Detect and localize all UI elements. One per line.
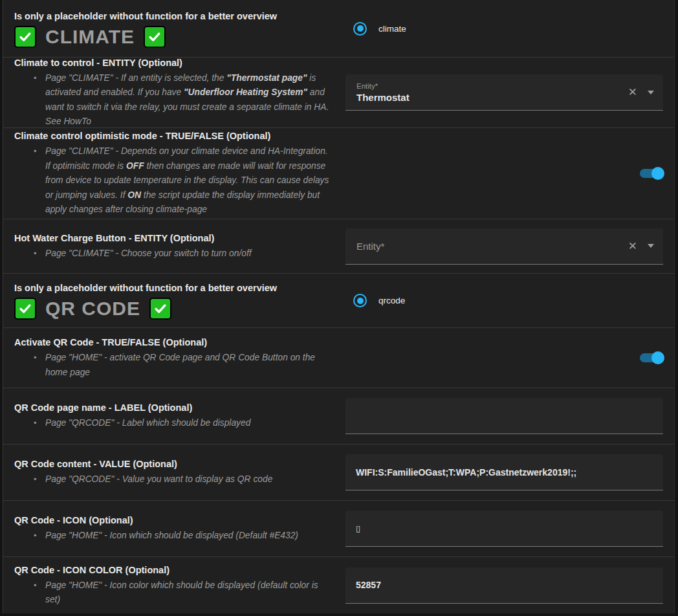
section-title: QR Code - ICON (Optional)	[14, 514, 335, 527]
section-description: Page "CLIMATE" - If an entity is selecte…	[14, 71, 335, 128]
green-checkbox-icon	[14, 298, 36, 320]
text-input[interactable]: 52857	[345, 567, 663, 604]
description-bold-run: "Thermostat page"	[226, 73, 307, 83]
section-heading-line: QR CODE	[14, 298, 335, 320]
section-title: Climate control optimistic mode - TRUE/F…	[14, 129, 335, 142]
dropdown-caret-icon[interactable]	[648, 244, 654, 248]
blueprint-config-card: Is only a placeholder without function f…	[3, 0, 675, 613]
radio-label: qrcode	[378, 296, 405, 305]
config-section: Hot Water Charge Button - ENTITY (Option…	[3, 219, 674, 273]
green-checkbox-icon	[149, 298, 171, 320]
entity-picker-label: Entity*	[356, 241, 628, 251]
placeholder-section: Is only a placeholder without function f…	[3, 0, 674, 57]
description-run: Page "HOME" - Icon which should be displ…	[45, 531, 298, 540]
radio-option[interactable]: climate	[345, 22, 406, 36]
config-section: Climate to control - ENTITY (Optional) P…	[3, 57, 674, 127]
section-description: Page "HOME" - activate QR Code page and …	[14, 351, 335, 380]
description-run: Page "QRCODE" - Label which should be di…	[45, 418, 250, 428]
section-description: Page "CLIMATE" - Choose your switch to t…	[14, 247, 335, 261]
text-input[interactable]: WIFI:S:FamilieOGast;T:WPA;P:Gastnetzwerk…	[345, 454, 663, 490]
green-checkbox-icon	[14, 26, 36, 48]
section-title: QR Code page name - LABEL (Optional)	[14, 401, 335, 414]
clear-icon[interactable]: ✕	[628, 87, 637, 98]
text-input-value: 52857	[345, 580, 381, 590]
toggle-thumb	[651, 167, 664, 180]
config-section: Climate control optimistic mode - TRUE/F…	[3, 127, 674, 219]
toggle-switch[interactable]	[640, 167, 663, 180]
section-description: Page "HOME" - Icon color which should be…	[14, 578, 335, 608]
description-run: Page "CLIMATE" - Choose your switch to t…	[45, 248, 252, 258]
placeholder-section: Is only a placeholder without function f…	[3, 273, 674, 327]
description-bold-run: OFF	[126, 161, 144, 171]
config-section: QR Code - ICON (Optional) Page "HOME" - …	[3, 500, 674, 556]
section-title: Is only a placeholder without function f…	[14, 10, 335, 23]
config-section: Activate QR Code - TRUE/FALSE (Optional)…	[3, 327, 674, 388]
entity-picker[interactable]: Entity* Thermostat ✕	[345, 74, 663, 111]
section-description: Page "QRCODE" - Label which should be di…	[14, 416, 335, 431]
section-description: Page "QRCODE" - Value you want to displa…	[14, 472, 335, 487]
section-title: QR Code - ICON COLOR (Optional)	[14, 564, 335, 577]
config-section: QR Code page name - LABEL (Optional) Pag…	[3, 388, 674, 444]
toggle-thumb	[651, 351, 664, 364]
section-description: Page "HOME" - Icon which should be displ…	[14, 529, 335, 544]
config-section: QR Code - ICON COLOR (Optional) Page "HO…	[3, 556, 674, 613]
description-run: Page "CLIMATE" - If an entity is selecte…	[45, 73, 226, 83]
dropdown-caret-icon[interactable]	[648, 91, 654, 94]
section-description: Page "CLIMATE" - Depends on your climate…	[14, 144, 335, 217]
description-run: Page "QRCODE" - Value you want to displa…	[45, 474, 272, 484]
radio-selected-icon[interactable]	[353, 294, 367, 307]
section-heading: CLIMATE	[44, 26, 136, 48]
clear-icon[interactable]: ✕	[628, 241, 637, 252]
section-title: Hot Water Charge Button - ENTITY (Option…	[14, 232, 335, 245]
text-input[interactable]	[345, 398, 663, 434]
section-heading-line: CLIMATE	[14, 26, 335, 48]
green-checkbox-icon	[144, 26, 166, 48]
description-bold-run: "Underfloor Heating System"	[184, 87, 307, 97]
description-run: Page "HOME" - Icon color which should be…	[45, 580, 318, 605]
toggle-switch[interactable]	[640, 351, 663, 364]
section-heading: QR CODE	[44, 298, 142, 320]
description-run: Page "HOME" - activate QR Code page and …	[45, 353, 315, 377]
description-bold-run: ON	[127, 190, 141, 200]
radio-selected-icon[interactable]	[353, 22, 367, 36]
radio-option[interactable]: qrcode	[345, 294, 405, 307]
config-section: QR Code content - VALUE (Optional) Page …	[3, 444, 674, 500]
entity-picker[interactable]: Entity* ✕	[345, 228, 663, 265]
text-input-value: ▯	[345, 523, 360, 533]
entity-picker-value: Thermostat	[356, 91, 628, 104]
section-title: Is only a placeholder without function f…	[14, 281, 335, 294]
radio-label: climate	[378, 24, 406, 34]
section-title: QR Code content - VALUE (Optional)	[14, 457, 335, 470]
entity-picker-label: Entity*	[356, 82, 628, 91]
text-input[interactable]: ▯	[345, 511, 663, 547]
section-title: Climate to control - ENTITY (Optional)	[14, 57, 335, 69]
section-title: Activate QR Code - TRUE/FALSE (Optional)	[14, 336, 335, 349]
text-input-value: WIFI:S:FamilieOGast;T:WPA;P:Gastnetzwerk…	[345, 467, 576, 478]
